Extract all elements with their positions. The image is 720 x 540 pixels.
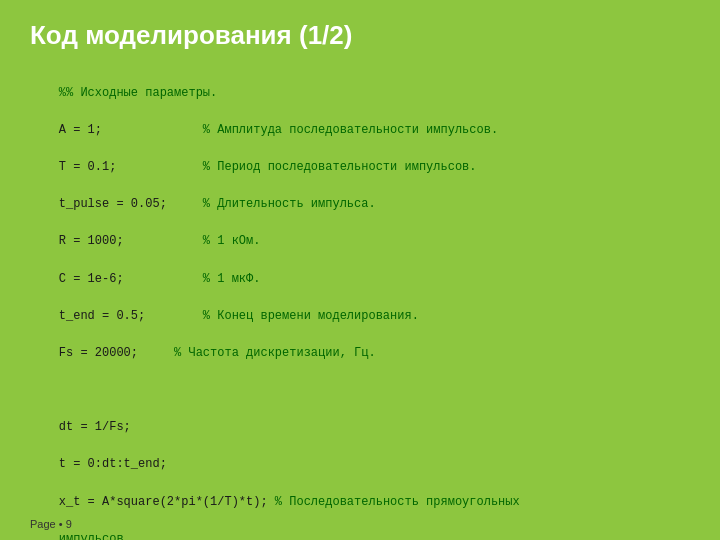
code-line-1: %% Исходные параметры. <box>59 86 217 100</box>
code-line-6: C = 1e-6; % 1 мкФ. <box>59 272 261 286</box>
slide-title: Код моделирования (1/2) <box>30 20 690 51</box>
code-line-5: R = 1000; % 1 кОм. <box>59 234 261 248</box>
code-line-7: t_end = 0.5; % Конец времени моделирован… <box>59 309 419 323</box>
code-line-4: t_pulse = 0.05; % Длительность импульса. <box>59 197 376 211</box>
code-line-3: T = 0.1; % Период последовательности имп… <box>59 160 477 174</box>
code-line-10: t = 0:dt:t_end; <box>59 457 167 471</box>
code-block: %% Исходные параметры. A = 1; % Амплитуд… <box>30 65 690 540</box>
code-line-11b: импульсов. <box>59 532 131 540</box>
slide: Код моделирования (1/2) %% Исходные пара… <box>0 0 720 540</box>
code-line-9: dt = 1/Fs; <box>59 420 131 434</box>
code-line-2: A = 1; % Амплитуда последовательности им… <box>59 123 498 137</box>
code-line-11: x_t = A*square(2*pi*(1/T)*t); % Последов… <box>59 495 520 509</box>
code-line-8: Fs = 20000; % Частота дискретизации, Гц. <box>59 346 376 360</box>
page-indicator: Page • 9 <box>30 518 72 530</box>
